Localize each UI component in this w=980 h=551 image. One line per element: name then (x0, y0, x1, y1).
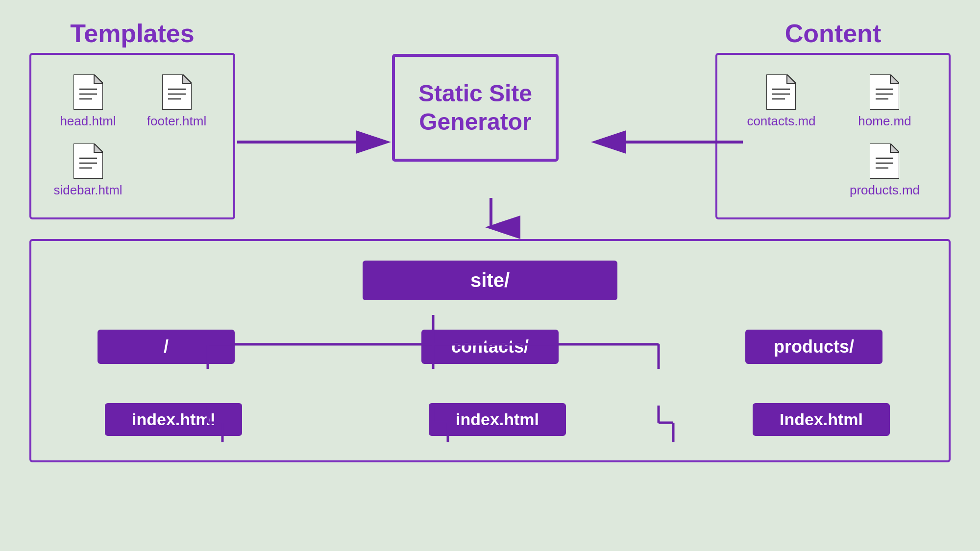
file-label-head: head.html (60, 114, 116, 129)
generator-section: Static SiteGenerator (392, 54, 559, 162)
output-section: site/ (29, 239, 951, 462)
content-box: contacts.md home.md (715, 53, 951, 219)
file-label-footer: footer.html (147, 114, 206, 129)
file-icon-footer (162, 74, 192, 110)
file-item-home: home.md (858, 74, 911, 129)
tree-lines-svg (61, 330, 919, 467)
file-label-products: products.md (850, 183, 920, 198)
file-icon-home (870, 74, 899, 110)
generator-label: Static SiteGenerator (418, 79, 532, 136)
file-item-products: products.md (850, 144, 920, 198)
content-section: Content contacts.md (715, 19, 951, 219)
file-icon-head (74, 74, 103, 110)
templates-title: Templates (70, 19, 194, 48)
file-icon-contacts (766, 74, 796, 110)
file-label-contacts: contacts.md (747, 114, 815, 129)
file-label-home: home.md (858, 114, 911, 129)
templates-section: Templates head.html (29, 19, 235, 219)
file-icon-sidebar (74, 144, 103, 179)
file-item-head: head.html (60, 74, 116, 129)
content-title: Content (785, 19, 881, 48)
site-bar: site/ (363, 261, 617, 300)
file-item-contacts: contacts.md (747, 74, 815, 129)
file-item-sidebar: sidebar.html (53, 144, 122, 198)
file-label-sidebar: sidebar.html (53, 183, 122, 198)
file-item-footer: footer.html (147, 74, 206, 129)
generator-box: Static SiteGenerator (392, 54, 559, 162)
templates-box: head.html footer.html (29, 53, 235, 219)
file-icon-products (870, 144, 899, 179)
